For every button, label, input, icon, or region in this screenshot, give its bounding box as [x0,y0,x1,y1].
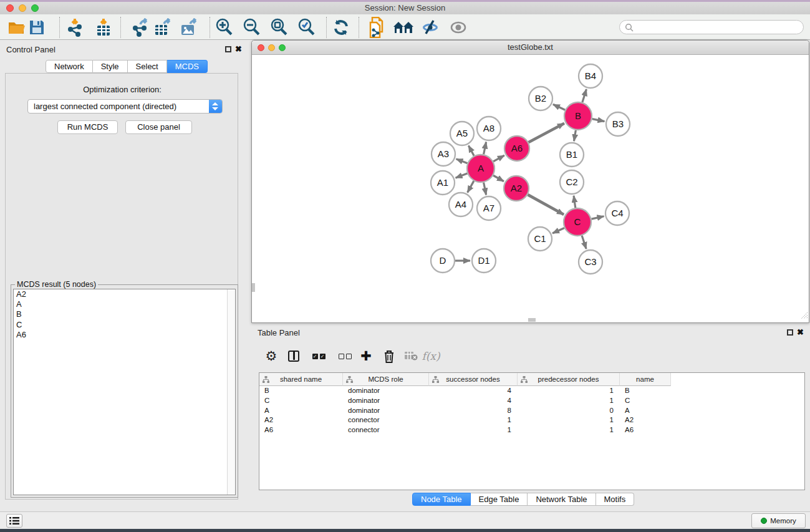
graph-edge-B-B4[interactable] [582,89,587,102]
graph-edge-A-A5[interactable] [468,145,474,155]
graph-edge-A-A7[interactable] [484,183,486,195]
graph-edge-A-A6[interactable] [493,155,504,162]
graph-edge-B-B1[interactable] [574,130,576,142]
graph-node-label: B3 [612,118,624,129]
graph-edge-B-B2[interactable] [553,104,565,110]
graph-edge-A6-B[interactable] [529,123,564,142]
float-table-panel-icon[interactable] [787,329,793,336]
graph-edge-B-B3[interactable] [592,119,605,122]
delete-table-icon[interactable] [401,346,421,367]
network-graph[interactable]: B4B2BB3A8A5A6A3B1AC2A1A2A4A7C4CC1DD1C3 [252,55,809,322]
graph-edge-A-A2[interactable] [493,175,504,181]
zoom-selected-icon[interactable] [296,17,317,37]
vertical-scrollbar-thumb[interactable] [252,283,255,292]
table-row[interactable]: Bdominator41B [259,386,804,396]
horizontal-scrollbar-thumb[interactable] [528,318,536,322]
close-panel-icon[interactable]: ✖ [235,44,242,54]
search-input[interactable] [636,21,798,33]
tab-network-table[interactable]: Network Table [528,493,595,506]
table-cell: C [259,396,343,406]
refresh-icon[interactable] [330,17,352,37]
network-window-titlebar[interactable]: testGlobe.txt [252,41,809,55]
column-header-successor-nodes[interactable]: successor nodes [429,373,518,386]
table-cell: 1 [518,425,620,435]
column-header-name[interactable]: name [620,373,671,386]
criterion-select[interactable]: largest connected component (directed) [27,99,223,114]
close-window-button[interactable] [6,4,14,12]
table-row[interactable]: A2connector11A2 [259,415,804,425]
result-item[interactable]: C [14,320,235,330]
select-all-icon[interactable]: ✓✓ [309,346,329,367]
delete-icon[interactable] [379,346,399,367]
save-icon[interactable] [26,17,47,37]
result-item[interactable]: A [14,299,235,309]
graph-edge-A-A3[interactable] [456,159,468,163]
graph-edge-A2-C[interactable] [528,195,564,215]
graph-edge-C-C1[interactable] [552,228,564,233]
result-item[interactable]: B [14,309,235,319]
export-table-icon[interactable] [152,17,173,37]
zoom-out-icon[interactable] [241,17,263,37]
tab-style[interactable]: Style [93,60,128,73]
graph-edge-C-C2[interactable] [574,196,576,208]
resize-grip[interactable] [800,311,808,322]
zoom-fit-icon[interactable] [269,17,290,37]
graph-edge-A-A1[interactable] [456,173,468,178]
tab-edge-table[interactable]: Edge Table [471,493,528,506]
import-network-icon[interactable] [64,17,85,37]
main-toolbar [0,14,810,40]
network-canvas[interactable]: B4B2BB3A8A5A6A3B1AC2A1A2A4A7C4CC1DD1C3 [252,55,809,322]
add-column-icon[interactable]: ✚ [356,346,376,367]
graph-edge-C-C4[interactable] [591,216,604,219]
task-history-button[interactable] [6,514,22,528]
float-panel-icon[interactable] [225,46,231,52]
table-cell: B [259,386,343,396]
column-header-predecessor-nodes[interactable]: predecessor nodes [518,373,620,386]
tab-node-table[interactable]: Node Table [412,493,471,506]
minimize-view-button[interactable] [268,44,275,51]
hide-details-icon[interactable] [420,17,441,37]
desktop-edge [0,529,810,532]
open-folder-icon[interactable] [6,17,27,37]
run-mcds-button[interactable]: Run MCDS [57,120,118,134]
graph-edge-C-C3[interactable] [582,236,586,249]
column-header-label: successor nodes [446,375,499,383]
tab-select[interactable]: Select [128,60,167,73]
memory-button[interactable]: Memory [751,513,806,528]
graph-edge-A-A4[interactable] [468,181,474,193]
home-icon[interactable] [393,17,414,37]
result-item[interactable]: A6 [14,330,235,340]
export-image-icon[interactable] [178,17,200,37]
column-header-shared-name[interactable]: shared name [259,373,343,386]
tab-network[interactable]: Network [46,60,93,73]
table-tabs: Node TableEdge TableNetwork TableMotifs [412,493,634,506]
zoom-view-button[interactable] [279,44,286,51]
show-details-icon[interactable] [448,17,469,37]
mcds-result-box: MCDS result (5 nodes) A2ABCA6 [11,284,238,498]
zoom-window-button[interactable] [31,4,39,12]
table-panel-title: Table Panel [258,328,300,337]
close-view-button[interactable] [258,44,264,51]
result-item[interactable]: A2 [14,289,235,299]
column-header-MCDS-role[interactable]: MCDS role [343,373,429,386]
graph-edge-A-A8[interactable] [484,142,486,155]
result-scrollbar[interactable] [227,289,235,495]
table-cell: 1 [518,386,620,396]
deselect-all-icon[interactable] [335,346,355,367]
function-builder-icon[interactable]: f(x) [421,346,441,367]
gear-icon[interactable]: ⚙ [261,346,281,367]
import-table-icon[interactable] [93,17,114,37]
close-panel-button[interactable]: Close panel [125,120,192,134]
export-network-icon[interactable] [130,17,151,37]
table-row[interactable]: Cdominator41C [259,396,804,406]
table-cell: 1 [429,425,518,435]
table-row[interactable]: A6connector11A6 [259,425,804,435]
minimize-window-button[interactable] [19,4,26,12]
split-table-icon[interactable] [284,346,304,367]
table-row[interactable]: Adominator80A [259,406,804,416]
tab-motifs[interactable]: Motifs [596,493,635,506]
new-network-file-icon[interactable] [367,17,388,37]
zoom-in-icon[interactable] [214,17,235,37]
close-table-panel-icon[interactable]: ✖ [797,327,804,337]
tab-mcds[interactable]: MCDS [167,60,208,73]
